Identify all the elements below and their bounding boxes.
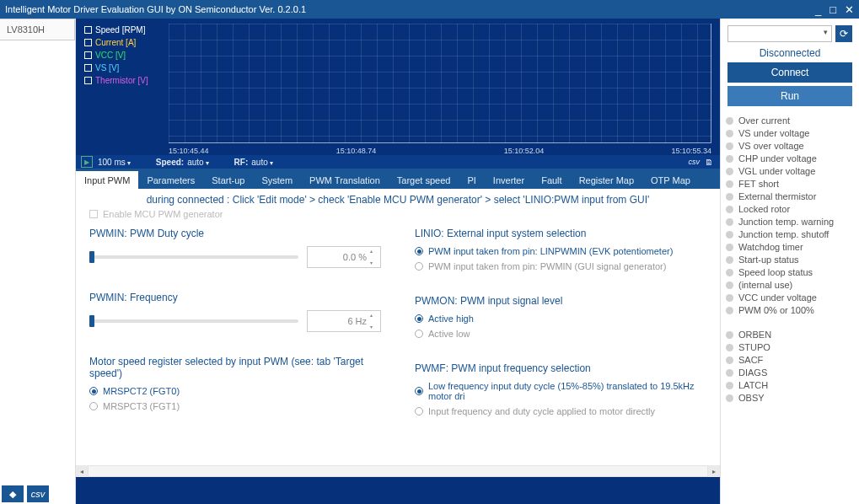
status-dot-icon: [726, 256, 733, 264]
status-item: FET short: [726, 178, 854, 190]
status-item: Watchdog timer: [726, 241, 854, 254]
pwmin-duty-value[interactable]: 0.0 % ▴▾: [307, 246, 381, 268]
tab-pwm-translation[interactable]: PWM Translation: [301, 171, 389, 189]
tab-fault[interactable]: Fault: [533, 171, 570, 189]
status-item: LATCH: [726, 379, 854, 392]
legend-checkbox-vcc[interactable]: [84, 51, 92, 59]
status-label: VS over voltage: [738, 140, 804, 153]
pwmon-opt2[interactable]: Active low: [415, 329, 706, 339]
legend-checkbox-current[interactable]: [84, 39, 92, 46]
refresh-button[interactable]: ⟳: [835, 25, 852, 42]
status-dot-icon: [726, 168, 733, 175]
tab-bar: Input PWM Parameters Start-up System PWM…: [76, 169, 720, 189]
window-title: Intelligent Motor Driver Evaluation GUI …: [5, 4, 306, 14]
status-item: Speed loop status: [726, 266, 854, 279]
status-item: OBSY: [726, 392, 854, 405]
status-dot-icon: [726, 117, 733, 125]
enable-mcu-pwm-label: Enable MCU PWM generator: [103, 209, 223, 219]
chart-save-icon[interactable]: 🗎: [705, 158, 713, 167]
spinner-icon[interactable]: ▴▾: [370, 313, 378, 330]
status-label: CHP under voltage: [738, 153, 817, 165]
status-dot-icon: [726, 180, 733, 188]
status-label: Locked rotor: [738, 203, 790, 216]
rf-label: RF:: [234, 158, 249, 167]
tab-inverter[interactable]: Inverter: [485, 171, 533, 189]
interval-dropdown[interactable]: 100 ms: [98, 158, 131, 167]
run-button[interactable]: Run: [727, 86, 852, 106]
pwmin-freq-slider[interactable]: [89, 319, 298, 323]
legend-checkbox-vs[interactable]: [84, 64, 92, 72]
play-button[interactable]: ▶: [81, 156, 93, 168]
linio-opt2[interactable]: PWM input taken from pin: PWMIN (GUI sig…: [415, 261, 706, 271]
chart-grid[interactable]: [169, 24, 711, 143]
status-label: DIAGS: [738, 367, 767, 379]
eraser-button[interactable]: ◆: [2, 485, 24, 502]
status-item: External thermistor: [726, 190, 854, 203]
maximize-button[interactable]: □: [829, 3, 836, 16]
status-item: Locked rotor: [726, 203, 854, 216]
pwmf-opt2[interactable]: Input frequency and duty cycle applied t…: [415, 406, 706, 416]
legend-checkbox-speed[interactable]: [84, 26, 92, 34]
status-dot-icon: [726, 331, 733, 339]
scroll-left-arrow[interactable]: ◂: [76, 465, 88, 477]
close-button[interactable]: ✕: [845, 3, 854, 16]
status-label: Speed loop status: [738, 266, 813, 279]
pwmin-duty-title: PWMIN: PWM Duty cycle: [89, 228, 381, 239]
rf-dropdown[interactable]: auto: [251, 158, 272, 167]
status-dot-icon: [726, 130, 733, 137]
tab-start-up[interactable]: Start-up: [203, 171, 253, 189]
pwmon-opt1[interactable]: Active high: [415, 314, 706, 324]
spinner-icon[interactable]: ▴▾: [370, 249, 378, 265]
status-item: Junction temp. shutoff: [726, 228, 854, 241]
status-label: FET short: [738, 178, 779, 190]
status-item: PWM 0% or 100%: [726, 304, 854, 317]
scroll-right-arrow[interactable]: ▸: [708, 465, 720, 477]
status-label: Over current: [738, 115, 790, 127]
status-item: Start-up status: [726, 254, 854, 266]
pwmf-opt1[interactable]: Low frequency input duty cycle (15%-85%)…: [415, 381, 706, 401]
motor-speed-opt1[interactable]: MRSPCT2 (FGT0): [89, 386, 381, 396]
status-item: (internal use): [726, 279, 854, 292]
bottom-bar: [76, 477, 720, 504]
tab-input-pwm[interactable]: Input PWM: [76, 171, 138, 189]
chart-x-ticks: 15:10:45.44 15:10:48.74 15:10:52.04 15:1…: [169, 147, 711, 155]
port-combo[interactable]: [727, 25, 832, 42]
tab-system[interactable]: System: [253, 171, 301, 189]
enable-mcu-pwm-checkbox[interactable]: [89, 210, 98, 218]
status-label: VS under voltage: [738, 127, 809, 140]
status-item: ORBEN: [726, 329, 854, 341]
motor-speed-reg-title: Motor speed register selected by input P…: [89, 356, 381, 379]
status-label: PWM 0% or 100%: [738, 304, 814, 317]
status-item: CHP under voltage: [726, 153, 854, 165]
motor-speed-opt2[interactable]: MRSPCT3 (FGT1): [89, 401, 381, 411]
minimize-button[interactable]: _: [815, 3, 821, 16]
x-tick: 15:10:48.74: [336, 147, 377, 155]
csv-button[interactable]: csv: [27, 485, 49, 502]
tab-target-speed[interactable]: Target speed: [389, 171, 459, 189]
connect-button[interactable]: Connect: [727, 62, 852, 83]
tab-otp-map[interactable]: OTP Map: [642, 171, 699, 189]
legend-checkbox-thermistor[interactable]: [84, 77, 92, 84]
speed-dropdown[interactable]: auto: [187, 158, 208, 167]
tab-pi[interactable]: PI: [459, 171, 484, 189]
linio-opt1[interactable]: PWM input taken from pin: LINPWMIN (EVK …: [415, 246, 706, 256]
status-dot-icon: [726, 369, 733, 377]
status-dot-icon: [726, 382, 733, 389]
pwmin-freq-value[interactable]: 6 Hz ▴▾: [307, 310, 381, 332]
device-tab-lv8310h[interactable]: LV8310H: [0, 19, 75, 40]
status-dot-icon: [726, 307, 733, 314]
pwmf-title: PWMF: PWM input frequency selection: [415, 362, 706, 374]
legend-label-current: Current [A]: [95, 36, 136, 49]
legend-label-thermistor: Thermistor [V]: [95, 74, 148, 87]
status-dot-icon: [726, 244, 733, 251]
status-label: (internal use): [738, 279, 792, 292]
status-label: ORBEN: [738, 329, 771, 341]
titlebar: Intelligent Motor Driver Evaluation GUI …: [0, 0, 859, 19]
csv-export-button[interactable]: csv: [689, 158, 701, 166]
status-dot-icon: [726, 281, 733, 289]
horizontal-scrollbar[interactable]: ◂ ▸: [76, 465, 720, 477]
tab-register-map[interactable]: Register Map: [571, 171, 642, 189]
x-tick: 15:10:52.04: [504, 147, 545, 155]
pwmin-duty-slider[interactable]: [89, 255, 298, 259]
tab-parameters[interactable]: Parameters: [138, 171, 203, 189]
